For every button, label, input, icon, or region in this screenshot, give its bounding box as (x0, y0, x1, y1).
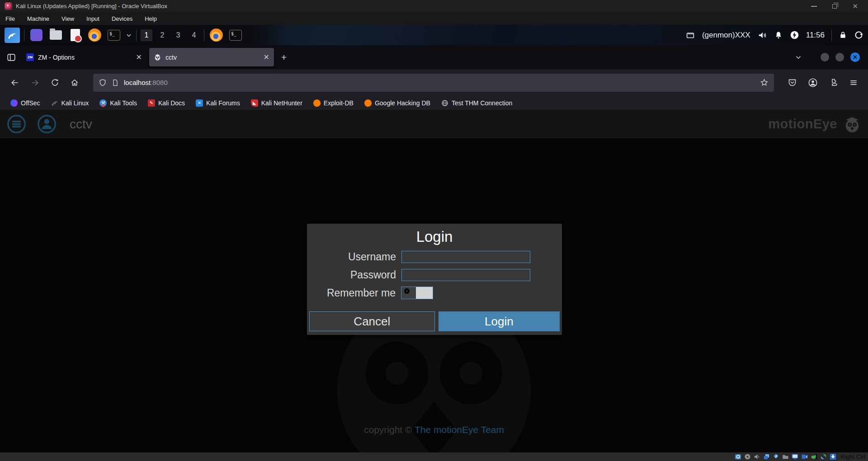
tab-zm-options[interactable]: ZM ZM - Options ✕ (22, 48, 146, 66)
tab-cctv[interactable]: cctv ✕ (149, 48, 274, 66)
tab-close-icon[interactable]: ✕ (136, 53, 142, 61)
network-status-icon[interactable] (763, 453, 770, 460)
user-account-icon[interactable] (37, 114, 57, 134)
hard-disk-status-icon[interactable] (735, 453, 741, 460)
reload-button[interactable] (47, 75, 62, 90)
forward-button[interactable] (27, 75, 42, 90)
workspace-2[interactable]: 2 (156, 29, 168, 41)
page-info-icon[interactable] (112, 79, 119, 87)
bookmark-star-icon[interactable] (760, 78, 769, 87)
display-status-icon[interactable] (792, 453, 798, 460)
window-minimize-button[interactable] (821, 53, 829, 61)
audio-status-icon[interactable] (754, 453, 760, 460)
window-close-button[interactable]: ✕ (850, 52, 860, 62)
bookmark-label: Kali Docs (158, 99, 185, 107)
main-menu-icon[interactable] (6, 114, 27, 134)
page-footer: copyright © The motionEye Team (0, 424, 868, 435)
extensions-puzzle-icon[interactable] (829, 78, 838, 87)
optical-disc-status-icon[interactable] (744, 453, 751, 460)
remember-me-label: Remember me (327, 287, 396, 299)
offsec-icon (10, 99, 18, 107)
bookmark-exploit-db[interactable]: Exploit-DB (309, 98, 358, 108)
usb-status-icon[interactable] (773, 453, 779, 460)
window-maximize-button[interactable] (835, 53, 844, 61)
motioneye-team-link[interactable]: The motionEye Team (415, 424, 504, 435)
bookmark-kali-linux[interactable]: Kali Linux (47, 98, 93, 108)
file-manager-icon (30, 29, 42, 41)
url-host: localhost (124, 79, 151, 86)
new-tab-button[interactable]: + (277, 50, 291, 65)
bookmark-kali-tools[interactable]: ⚒ Kali Tools (95, 98, 141, 108)
bookmark-kali-forums[interactable]: ✕ Kali Forums (192, 98, 244, 108)
bookmark-label: Kali Forums (206, 99, 240, 107)
workspace-4[interactable]: 4 (188, 29, 200, 41)
pocket-icon[interactable] (788, 78, 797, 87)
text-editor-launcher[interactable] (67, 28, 83, 43)
tracking-shield-icon[interactable] (99, 79, 107, 87)
close-icon[interactable]: ✕ (852, 3, 858, 9)
menu-view[interactable]: View (61, 15, 74, 22)
firefox-tabbar: ZM ZM - Options ✕ cctv ✕ + ✕ (0, 45, 868, 69)
back-button[interactable] (7, 75, 23, 90)
login-button[interactable]: Login (439, 311, 560, 331)
firefox-view-button[interactable] (4, 50, 19, 65)
password-field[interactable] (401, 269, 530, 281)
volume-icon[interactable] (757, 30, 767, 40)
folder-launcher[interactable] (48, 28, 63, 43)
zoneminder-favicon: ZM (26, 53, 34, 61)
power-manager-icon[interactable] (790, 30, 799, 40)
username-field[interactable] (401, 251, 530, 263)
remember-me-toggle[interactable] (401, 287, 433, 299)
bookmark-kali-docs[interactable]: ✎ Kali Docs (144, 98, 189, 108)
chevron-down-icon[interactable] (126, 32, 132, 38)
lock-screen-icon[interactable] (839, 31, 847, 39)
keyboard-capture-status-icon[interactable] (830, 453, 836, 460)
taskbar-terminal-window[interactable]: $_ (228, 28, 243, 43)
taskbar-firefox-window[interactable] (208, 28, 224, 43)
clock[interactable]: 11:56 (806, 31, 825, 40)
hamburger-menu-icon[interactable] (849, 78, 858, 87)
restore-icon[interactable] (832, 4, 837, 9)
logout-icon[interactable] (854, 30, 863, 40)
menu-help[interactable]: Help (145, 15, 157, 22)
host-key-label: Right Ctrl (841, 453, 865, 460)
url-port: :8080 (151, 79, 168, 86)
tab-title: cctv (165, 54, 259, 61)
bookmark-kali-nethunter[interactable]: ◣ Kali NetHunter (247, 98, 307, 108)
login-dialog: Login Username Password Remember me Canc… (307, 224, 562, 335)
brand-name: motionEye (768, 117, 837, 132)
mouse-integration-status-icon[interactable] (820, 453, 827, 460)
shared-folders-status-icon[interactable] (782, 453, 789, 460)
workspace-1[interactable]: 1 (141, 29, 152, 41)
workspace-3[interactable]: 3 (172, 29, 184, 41)
terminal-icon: $_ (229, 30, 242, 41)
execution-engine-status-icon[interactable] (811, 453, 817, 460)
bookmark-offsec[interactable]: OffSec (6, 98, 44, 108)
url-bar[interactable]: localhost:8080 (93, 74, 774, 92)
cancel-button[interactable]: Cancel (309, 311, 435, 331)
notification-bell-icon[interactable] (774, 31, 783, 40)
firefox-view-icon (6, 52, 16, 62)
terminal-launcher[interactable]: $_ (106, 28, 122, 43)
home-button[interactable] (67, 75, 82, 90)
minimize-icon[interactable] (811, 6, 817, 7)
bookmark-label: Exploit-DB (324, 99, 354, 107)
bookmark-test-thm-connection[interactable]: Test THM Connection (437, 98, 516, 108)
bookmark-label: Kali Tools (110, 99, 137, 107)
firefox-launcher[interactable] (87, 28, 102, 43)
menu-devices[interactable]: Devices (112, 15, 132, 22)
recording-status-icon[interactable] (801, 453, 808, 460)
url-text[interactable]: localhost:8080 (124, 79, 755, 86)
kali-menu-button[interactable] (5, 28, 20, 43)
menu-input[interactable]: Input (86, 15, 99, 22)
menu-file[interactable]: File (5, 15, 15, 22)
list-all-tabs-icon[interactable] (794, 53, 802, 61)
kali-docs-icon: ✎ (148, 99, 155, 107)
menu-machine[interactable]: Machine (27, 15, 49, 22)
tab-close-icon[interactable]: ✕ (264, 53, 269, 61)
bookmark-google-hacking-db[interactable]: Google Hacking DB (360, 98, 434, 108)
account-icon[interactable] (808, 78, 818, 88)
file-manager-launcher[interactable] (28, 28, 44, 43)
text-editor-icon (71, 29, 80, 41)
network-icon[interactable] (685, 30, 695, 40)
